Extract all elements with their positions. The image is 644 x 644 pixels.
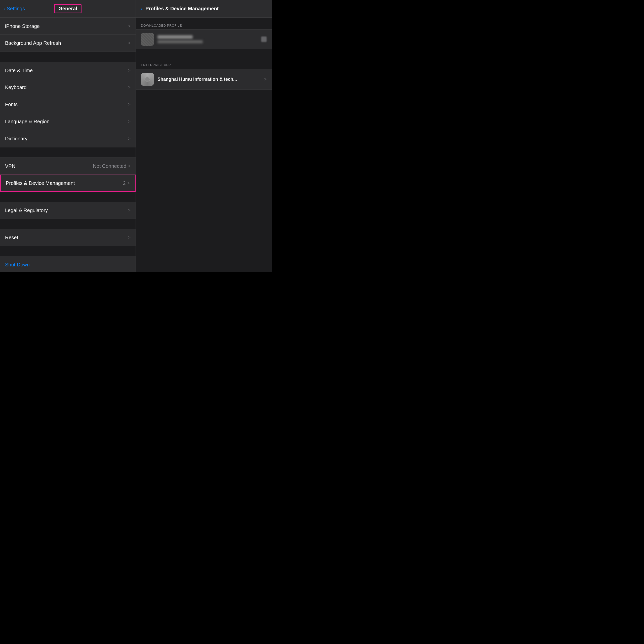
gap-3 — [0, 192, 136, 202]
iphone-storage-label: iPhone Storage — [5, 23, 40, 29]
group-storage: iPhone Storage > Background App Refresh … — [0, 18, 136, 52]
legal-item[interactable]: Legal & Regulatory > — [0, 202, 136, 219]
group-vpn: VPN Not Connected > Profiles & Device Ma… — [0, 157, 136, 192]
profiles-value: 2 — [123, 180, 126, 186]
vpn-value: Not Connected — [93, 163, 126, 169]
gap-1 — [0, 52, 136, 62]
fonts-item[interactable]: Fonts > — [0, 96, 136, 113]
chevron-icon: > — [128, 24, 131, 29]
group-reset: Reset > — [0, 229, 136, 246]
enterprise-app-header: ENTERPRISE APP — [136, 60, 272, 69]
keyboard-item[interactable]: Keyboard > — [0, 79, 136, 96]
chevron-icon: > — [128, 68, 131, 73]
keyboard-label: Keyboard — [5, 85, 27, 90]
back-label[interactable]: Settings — [7, 6, 25, 12]
right-content: DOWNLOADED PROFILE ENTERPRISE APP Shangh… — [136, 18, 272, 272]
group-legal: Legal & Regulatory > — [0, 202, 136, 219]
gap-2 — [0, 147, 136, 157]
reset-label: Reset — [5, 235, 18, 240]
back-button-right[interactable]: ‹ — [141, 5, 143, 12]
gap-5 — [0, 246, 136, 256]
profiles-label: Profiles & Device Management — [6, 180, 75, 186]
chevron-icon: > — [128, 119, 131, 124]
nav-bar-left: ‹ Settings General — [0, 0, 136, 18]
chevron-left-icon: ‹ — [4, 6, 6, 12]
chevron-icon: > — [128, 85, 131, 90]
date-time-label: Date & Time — [5, 68, 33, 73]
chevron-icon: > — [128, 41, 131, 46]
vpn-label: VPN — [5, 163, 15, 169]
dictionary-item[interactable]: Dictionary > — [0, 130, 136, 147]
group-datetime: Date & Time > Keyboard > Fonts > Languag… — [0, 62, 136, 147]
chevron-icon: > — [128, 208, 131, 213]
chevron-icon: > — [127, 181, 130, 186]
gear-icon — [144, 76, 151, 83]
downloaded-profile-item[interactable] — [136, 29, 272, 49]
right-panel: ‹ Profiles & Device Management DOWNLOADE… — [136, 0, 272, 272]
settings-list: iPhone Storage > Background App Refresh … — [0, 18, 136, 272]
profile-info — [157, 35, 258, 43]
reset-item[interactable]: Reset > — [0, 229, 136, 246]
enterprise-icon — [141, 73, 154, 86]
enterprise-name: Shanghai Humu information & tech... — [157, 77, 260, 82]
fonts-label: Fonts — [5, 102, 18, 107]
page-title-left: General — [54, 4, 81, 13]
profiles-item[interactable]: Profiles & Device Management 2 > — [0, 175, 136, 192]
profile-subtitle-blurred — [157, 40, 203, 43]
enterprise-chevron-icon: > — [264, 77, 267, 82]
chevron-icon: > — [128, 164, 131, 169]
legal-label: Legal & Regulatory — [5, 208, 48, 213]
profile-badge — [261, 36, 267, 42]
gap-4 — [0, 219, 136, 229]
enterprise-app-item[interactable]: Shanghai Humu information & tech... > — [136, 69, 272, 90]
right-gap-1 — [136, 50, 272, 60]
nav-bar-right: ‹ Profiles & Device Management — [136, 0, 272, 18]
profile-name-blurred — [157, 35, 193, 39]
left-panel: ‹ Settings General iPhone Storage > Back… — [0, 0, 136, 272]
profile-thumbnail — [141, 33, 154, 46]
back-button-left[interactable]: ‹ Settings — [4, 6, 25, 12]
vpn-item[interactable]: VPN Not Connected > — [0, 157, 136, 175]
shutdown-label: Shut Down — [5, 262, 30, 268]
language-region-label: Language & Region — [5, 119, 50, 125]
page-title-right: Profiles & Device Management — [145, 6, 219, 12]
background-app-refresh-item[interactable]: Background App Refresh > — [0, 35, 136, 52]
date-time-item[interactable]: Date & Time > — [0, 62, 136, 79]
background-app-refresh-label: Background App Refresh — [5, 40, 61, 46]
chevron-icon: > — [128, 235, 131, 240]
dictionary-label: Dictionary — [5, 136, 27, 142]
chevron-icon: > — [128, 102, 131, 107]
downloaded-profile-header: DOWNLOADED PROFILE — [136, 20, 272, 29]
shutdown-item[interactable]: Shut Down — [0, 256, 136, 272]
iphone-storage-item[interactable]: iPhone Storage > — [0, 18, 136, 35]
language-region-item[interactable]: Language & Region > — [0, 113, 136, 130]
chevron-icon: > — [128, 136, 131, 141]
